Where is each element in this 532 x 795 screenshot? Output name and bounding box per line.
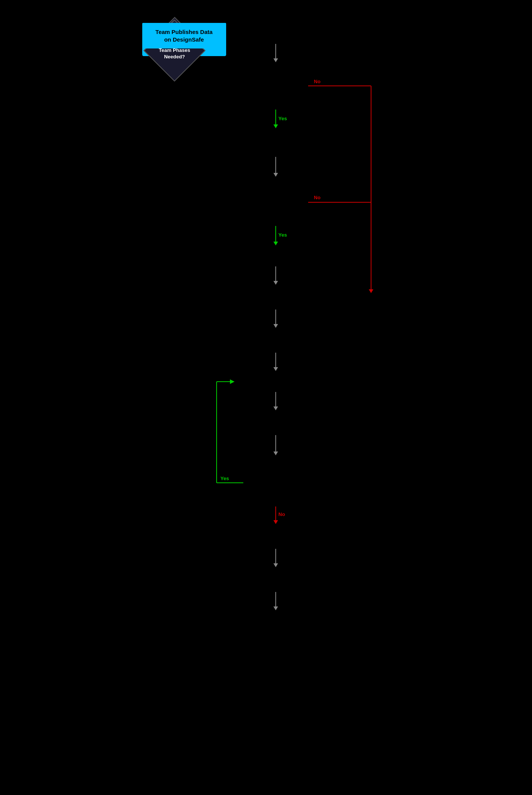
svg-marker-25 (273, 452, 278, 455)
svg-marker-15 (369, 289, 373, 293)
svg-marker-8 (273, 173, 278, 177)
svg-text:Yes: Yes (278, 116, 287, 121)
svg-text:No: No (314, 195, 320, 200)
svg-text:No: No (314, 79, 320, 84)
svg-marker-10 (273, 242, 278, 245)
svg-marker-35 (273, 563, 278, 567)
svg-marker-19 (273, 324, 278, 328)
svg-marker-21 (273, 367, 278, 371)
publishes-label: Team Publishes Dataon DesignSafe (142, 23, 226, 48)
svg-marker-23 (273, 406, 278, 410)
svg-marker-1 (273, 58, 278, 62)
svg-text:Yes: Yes (220, 476, 229, 481)
svg-marker-33 (230, 379, 235, 384)
publishes-box: Team Publishes Dataon DesignSafe (142, 23, 226, 48)
svg-marker-17 (273, 281, 278, 285)
svg-marker-37 (273, 606, 278, 610)
svg-text:Yes: Yes (278, 232, 287, 238)
svg-marker-27 (273, 520, 278, 524)
svg-marker-3 (273, 124, 278, 128)
flowchart-svg: Yes No Yes No (142, 23, 409, 795)
svg-text:No: No (278, 511, 285, 517)
